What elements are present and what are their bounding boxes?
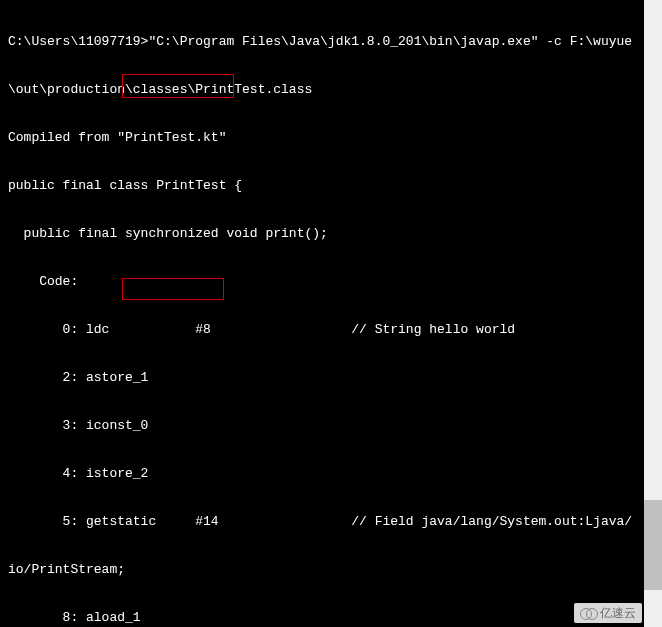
cloud-icon	[580, 608, 596, 618]
terminal-line: io/PrintStream;	[8, 562, 654, 578]
terminal-line: public final class PrintTest {	[8, 178, 654, 194]
scrollbar-thumb[interactable]	[644, 500, 662, 590]
terminal-line: Code:	[8, 274, 654, 290]
terminal-line: 8: aload_1	[8, 610, 654, 626]
terminal-line: \out\production\classes\PrintTest.class	[8, 82, 654, 98]
terminal-line: 4: istore_2	[8, 466, 654, 482]
terminal-line: 3: iconst_0	[8, 418, 654, 434]
terminal-line: 2: astore_1	[8, 370, 654, 386]
watermark-badge: 亿速云	[574, 603, 642, 623]
vertical-scrollbar[interactable]	[644, 0, 662, 627]
terminal-line: 0: ldc #8 // String hello world	[8, 322, 654, 338]
watermark-text: 亿速云	[600, 605, 636, 621]
terminal-output[interactable]: C:\Users\11097719>"C:\Program Files\Java…	[0, 0, 662, 627]
terminal-line: C:\Users\11097719>"C:\Program Files\Java…	[8, 34, 654, 50]
terminal-line: public final synchronized void print();	[8, 226, 654, 242]
terminal-line: 5: getstatic #14 // Field java/lang/Syst…	[8, 514, 654, 530]
terminal-line: Compiled from "PrintTest.kt"	[8, 130, 654, 146]
